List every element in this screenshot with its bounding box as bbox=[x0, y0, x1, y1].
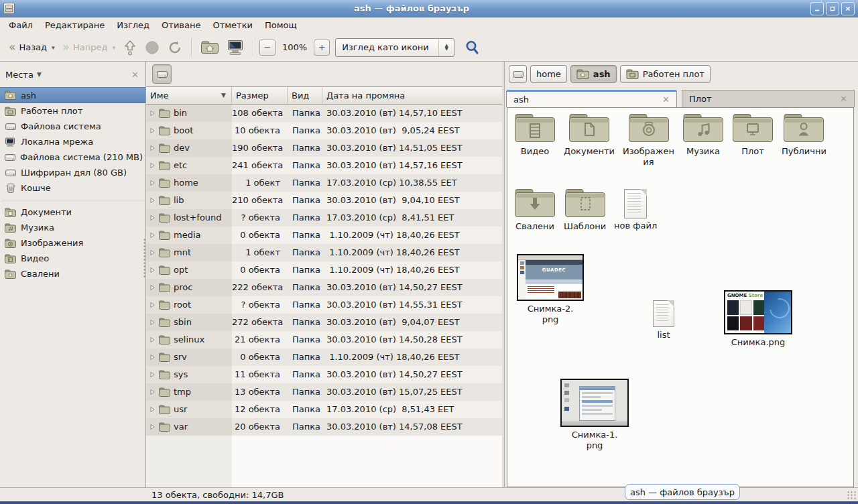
folder-item[interactable]: Шаблони bbox=[560, 187, 610, 232]
resize-grip[interactable] bbox=[847, 491, 856, 499]
table-row[interactable]: proc 222 обекта Папка 30.03.2010 (вт) 14… bbox=[146, 279, 502, 296]
table-row[interactable]: bin 108 обекта Папка 30.03.2010 (вт) 14,… bbox=[146, 105, 502, 122]
sidebar-item[interactable]: ash bbox=[0, 87, 145, 103]
folder-item[interactable]: Музика bbox=[678, 112, 728, 157]
maximize-button[interactable] bbox=[826, 2, 839, 15]
tab-ash[interactable]: ash ✕ bbox=[506, 90, 677, 107]
expander-icon[interactable] bbox=[149, 389, 156, 395]
table-row[interactable]: lost+found ? обекта Папка 17.03.2010 (ср… bbox=[146, 209, 502, 227]
table-row[interactable]: var 20 обекта Папка 30.03.2010 (вт) 14,5… bbox=[146, 418, 502, 436]
expander-icon[interactable] bbox=[149, 424, 156, 430]
sidebar-item[interactable]: Шифриран дял (80 GB) bbox=[0, 165, 145, 180]
expander-icon[interactable] bbox=[149, 284, 156, 291]
sidebar-item[interactable]: Работен плот bbox=[0, 103, 145, 119]
zoom-in-button[interactable]: + bbox=[314, 40, 330, 56]
table-row[interactable]: lib 210 обекта Папка 30.03.2010 (вт) 9,0… bbox=[146, 192, 502, 209]
pane-resize-handle[interactable] bbox=[143, 238, 146, 278]
table-row[interactable]: boot 10 обекта Папка 30.03.2010 (вт) 9,0… bbox=[146, 122, 502, 139]
chevron-down-icon[interactable]: ▼ bbox=[37, 71, 42, 78]
sidebar-item[interactable]: Изображения bbox=[0, 235, 145, 251]
back-button[interactable]: « Назад ▾ bbox=[5, 38, 58, 58]
table-row[interactable]: srv 0 обекта Папка 1.10.2009 (чт) 18,40,… bbox=[146, 349, 502, 366]
expander-icon[interactable] bbox=[149, 406, 156, 413]
table-row[interactable]: home 1 обект Папка 17.03.2010 (ср) 10,38… bbox=[146, 174, 502, 192]
image-file-item[interactable]: GUADEC Снимка-2. png bbox=[515, 254, 585, 325]
table-row[interactable]: mnt 1 обект Папка 1.10.2009 (чт) 18,40,2… bbox=[146, 244, 502, 261]
home-button[interactable] bbox=[198, 38, 222, 58]
folder-item[interactable]: Изображен ия bbox=[619, 112, 678, 168]
table-row[interactable]: etc 241 обекта Папка 30.03.2010 (вт) 14,… bbox=[146, 157, 502, 174]
zoom-out-button[interactable]: − bbox=[259, 40, 275, 56]
expander-icon[interactable] bbox=[149, 371, 156, 378]
text-file-item[interactable]: list bbox=[644, 300, 684, 340]
sidebar-item[interactable]: Локална мрежа bbox=[0, 134, 145, 149]
sidebar-item[interactable]: Документи bbox=[0, 204, 145, 220]
expander-icon[interactable] bbox=[149, 336, 156, 343]
expander-icon[interactable] bbox=[149, 162, 156, 169]
expander-icon[interactable] bbox=[149, 354, 156, 361]
table-row[interactable]: dev 190 обекта Папка 30.03.2010 (вт) 14,… bbox=[146, 139, 502, 157]
folder-item[interactable]: Видео bbox=[510, 112, 560, 157]
menu-item[interactable]: Отметки bbox=[206, 17, 258, 34]
table-row[interactable]: usr 12 обекта Папка 17.03.2010 (ср) 8,51… bbox=[146, 401, 502, 418]
column-header-date[interactable]: Дата на промяна bbox=[322, 87, 502, 104]
expander-icon[interactable] bbox=[149, 145, 156, 151]
sidebar-item[interactable]: Файлова система (210 MB) bbox=[0, 149, 145, 165]
table-row[interactable]: opt 0 обекта Папка 1.10.2009 (чт) 18,40,… bbox=[146, 261, 502, 279]
path-button-current[interactable]: ash bbox=[570, 65, 617, 83]
image-file-item[interactable]: Снимка-1. png bbox=[560, 379, 629, 451]
sidebar-item[interactable]: Кошче bbox=[0, 180, 145, 196]
sidebar-item[interactable]: Свалени bbox=[0, 266, 145, 281]
sidebar-title[interactable]: Места bbox=[5, 70, 34, 80]
image-file-item[interactable]: GNOME Store Снимка.png bbox=[722, 290, 794, 348]
folder-item[interactable]: Плот bbox=[728, 112, 778, 157]
column-header-name[interactable]: Име ▼ bbox=[146, 87, 232, 104]
expander-icon[interactable] bbox=[149, 249, 156, 256]
minimize-button[interactable] bbox=[810, 2, 824, 15]
tab-close-icon[interactable]: ✕ bbox=[840, 94, 847, 104]
up-button[interactable] bbox=[120, 38, 140, 58]
table-row[interactable]: tmp 13 обекта Папка 30.03.2010 (вт) 15,0… bbox=[146, 383, 502, 401]
menu-item[interactable]: Файл bbox=[3, 17, 39, 34]
expander-icon[interactable] bbox=[149, 180, 156, 186]
column-header-type[interactable]: Вид bbox=[288, 87, 322, 104]
view-mode-select[interactable]: Изглед като икони ▲▼ bbox=[335, 38, 454, 57]
tab-desktop[interactable]: Плот ✕ bbox=[682, 90, 855, 107]
sidebar-item[interactable]: Музика bbox=[0, 220, 145, 235]
table-row[interactable]: root ? обекта Папка 30.03.2010 (вт) 14,5… bbox=[146, 296, 502, 314]
folder-item[interactable]: Документи bbox=[560, 112, 619, 157]
column-header-size[interactable]: Размер bbox=[232, 87, 288, 104]
table-row[interactable]: media 0 обекта Папка 1.10.2009 (чт) 18,4… bbox=[146, 227, 502, 244]
path-button-home[interactable]: home bbox=[530, 65, 567, 83]
close-button[interactable] bbox=[841, 2, 855, 15]
expander-icon[interactable] bbox=[149, 214, 156, 221]
expander-icon[interactable] bbox=[149, 267, 156, 273]
path-button-root[interactable] bbox=[509, 65, 527, 83]
table-row[interactable]: selinux 21 обекта Папка 30.03.2010 (вт) … bbox=[146, 331, 502, 349]
tab-close-icon[interactable]: ✕ bbox=[662, 94, 670, 105]
folder-item[interactable]: Публични bbox=[778, 112, 831, 157]
sidebar-close-icon[interactable]: ✕ bbox=[131, 70, 139, 80]
taskbar-window-button[interactable]: ash — файлов браузър bbox=[625, 484, 740, 500]
stop-button[interactable] bbox=[141, 38, 163, 58]
reload-button[interactable] bbox=[164, 38, 186, 58]
computer-button[interactable] bbox=[223, 38, 247, 58]
menu-item[interactable]: Отиване bbox=[156, 17, 206, 34]
table-row[interactable]: sbin 272 обекта Папка 30.03.2010 (вт) 9,… bbox=[146, 314, 502, 331]
expander-icon[interactable] bbox=[149, 110, 156, 117]
sidebar-item[interactable]: Видео bbox=[0, 251, 145, 266]
expander-icon[interactable] bbox=[149, 197, 156, 204]
expander-icon[interactable] bbox=[149, 127, 156, 134]
folder-item[interactable]: нов файл bbox=[610, 187, 661, 231]
expander-icon[interactable] bbox=[149, 302, 156, 308]
menu-item[interactable]: Изглед bbox=[111, 17, 156, 34]
folder-item[interactable]: Свалени bbox=[510, 187, 560, 232]
menu-item[interactable]: Помощ bbox=[259, 17, 303, 34]
table-row[interactable]: sys 11 обекта Папка 30.03.2010 (вт) 14,5… bbox=[146, 366, 502, 383]
search-button[interactable] bbox=[463, 38, 483, 58]
expander-icon[interactable] bbox=[149, 319, 156, 326]
root-location-button[interactable] bbox=[152, 64, 172, 84]
path-button-desktop[interactable]: Работен плот bbox=[620, 65, 711, 83]
forward-button[interactable]: » Напред ▾ bbox=[60, 38, 119, 58]
back-dropdown-icon[interactable]: ▾ bbox=[52, 44, 55, 51]
